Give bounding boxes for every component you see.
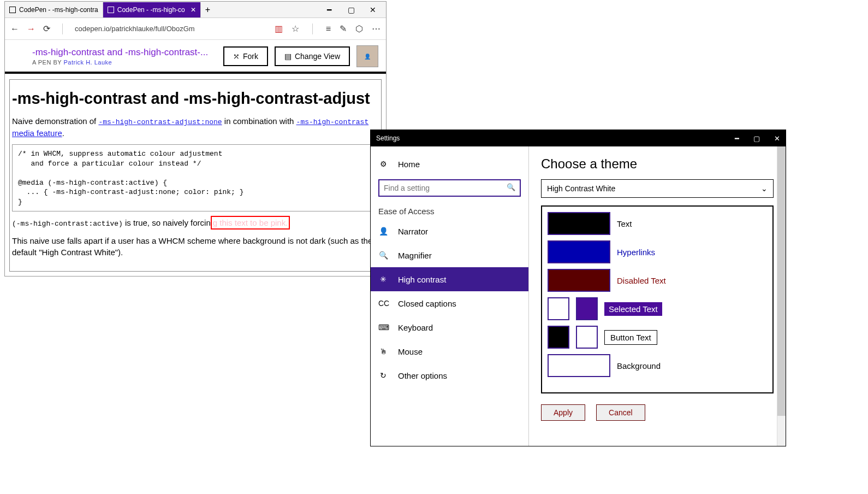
tab-active[interactable]: CodePen - -ms-high-co ✕ [103,2,201,17]
more-icon[interactable]: ⋯ [372,23,381,34]
swatch-selected-fg[interactable] [548,297,569,320]
hub-icon[interactable]: ≡ [326,24,331,34]
swatch-button-fg[interactable] [548,326,569,349]
keyboard-icon: ⌨ [378,323,388,332]
swatch-panel: Text Hyperlinks Disabled Text Selected T… [541,205,774,393]
settings-window: Settings ━ ▢ ✕ ⚙ Home 🔍 Ease of Access 👤… [370,130,786,446]
other-icon: ↻ [378,371,388,380]
codepen-header: -ms-high-contrast and -ms-high-contrast-… [5,40,386,74]
close-button[interactable]: ✕ [368,5,377,14]
page-heading: -ms-high-contrast and -ms-high-contrast-… [12,90,379,108]
tab-bar: CodePen - -ms-high-contra CodePen - -ms-… [5,2,386,18]
swatch-disabled[interactable] [548,269,610,292]
theme-select[interactable]: High Contrast White ⌄ [541,179,774,198]
link-adjust[interactable]: -ms-high-contrast-adjust:none [98,118,222,126]
cancel-button[interactable]: Cancel [596,404,645,421]
settings-title: Settings [376,134,400,142]
minimize-button[interactable]: ━ [735,134,739,143]
swatch-text[interactable] [548,212,610,235]
pen-title: -ms-high-contrast and -ms-high-contrast-… [32,47,208,58]
swatch-row-disabled: Disabled Text [548,269,767,292]
swatch-row-button-text: Button Text [548,326,767,349]
nav-closed-captions[interactable]: CCClosed captions [371,291,528,315]
favorite-icon[interactable]: ☆ [292,23,299,34]
minimize-button[interactable]: ━ [325,5,334,14]
nav-home[interactable]: ⚙ Home [371,152,528,176]
nav-narrator[interactable]: 👤Narrator [371,219,528,243]
nav-mouse[interactable]: 🖱Mouse [371,339,528,363]
new-tab-button[interactable]: + [201,5,215,15]
pen-byline: A PEN BY Patrick H. Lauke [32,59,208,66]
reading-icon[interactable]: ▥ [275,23,283,34]
narrator-icon: 👤 [378,227,388,236]
url-text[interactable]: codepen.io/patrickhlauke/full/ObozGm [75,25,195,33]
share-icon[interactable]: ⬡ [355,23,363,34]
nav-magnifier[interactable]: 🔍Magnifier [371,243,528,267]
page-icon [108,7,114,13]
swatch-row-text: Text [548,212,767,235]
swatch-row-hyperlinks: Hyperlinks [548,240,767,263]
scrollbar-thumb[interactable] [777,146,786,416]
close-button[interactable]: ✕ [774,134,780,143]
maximize-button[interactable]: ▢ [753,134,760,143]
maximize-button[interactable]: ▢ [347,5,355,14]
back-icon[interactable]: ← [10,24,19,34]
code-block: /* in WHCM, suppress automatic colour ad… [12,144,379,211]
status-line: (-ms-high-contrast:active) is true, so n… [12,216,379,230]
pen-actions: ⤱ Fork ▤ Change View 👤 [223,45,378,67]
scrollbar[interactable] [777,146,786,446]
swatch-button-bg[interactable] [576,326,598,349]
tab-title: CodePen - -ms-high-contra [19,6,98,14]
avatar[interactable]: 👤 [356,45,378,67]
change-view-button[interactable]: ▤ Change View [275,46,350,66]
search-icon: 🔍 [507,183,515,191]
address-bar: ← → ⟳ codepen.io/patrickhlauke/full/Oboz… [5,18,386,40]
nav-section-label: Ease of Access [371,201,528,219]
cc-icon: CC [378,299,388,308]
nav-keyboard[interactable]: ⌨Keyboard [371,315,528,339]
swatch-selected-bg[interactable] [576,297,598,320]
theme-buttons: Apply Cancel [541,404,774,421]
close-icon[interactable]: ✕ [191,6,196,14]
swatch-hyperlinks[interactable] [548,240,610,263]
highlight-box: g this text to be pink. [211,216,290,230]
swatch-row-background: Background [548,354,767,377]
settings-titlebar: Settings ━ ▢ ✕ [371,130,786,146]
separator [62,23,63,34]
fork-button[interactable]: ⤱ Fork [223,46,268,66]
mouse-icon: 🖱 [378,347,388,356]
window-controls: ━ ▢ ✕ [325,5,386,14]
nav-high-contrast[interactable]: ✳High contrast [371,267,528,291]
theme-selected-label: High Contrast White [547,184,615,193]
swatch-label: Hyperlinks [617,248,655,257]
swatch-label: Button Text [604,330,657,345]
swatch-label: Text [617,219,632,228]
apply-button[interactable]: Apply [541,404,585,421]
author-link[interactable]: Patrick H. Lauke [64,59,112,66]
swatch-label: Selected Text [604,302,662,316]
chevron-down-icon: ⌄ [761,184,768,193]
tab-inactive[interactable]: CodePen - -ms-high-contra [5,2,103,17]
fork-icon: ⤱ [233,52,240,61]
page-icon [9,7,16,13]
search-input[interactable] [378,179,521,197]
swatch-background[interactable] [548,354,610,377]
settings-body: ⚙ Home 🔍 Ease of Access 👤Narrator 🔍Magni… [371,146,786,446]
refresh-icon[interactable]: ⟳ [43,23,50,34]
pen-title-block: -ms-high-contrast and -ms-high-contrast-… [32,47,208,66]
forward-icon[interactable]: → [27,24,35,34]
magnifier-icon: 🔍 [378,251,388,260]
theme-heading: Choose a theme [541,156,774,172]
gear-icon: ⚙ [378,160,388,168]
search-wrap: 🔍 [378,179,521,197]
swatch-label: Disabled Text [617,276,666,285]
notes-icon[interactable]: ✎ [340,23,347,34]
contrast-icon: ✳ [378,275,388,284]
pink-text: g this text to be pink. [213,218,288,227]
window-controls: ━ ▢ ✕ [735,134,780,143]
explanation: This naive use falls apart if a user has… [12,235,379,258]
intro-paragraph: Naive demonstration of -ms-high-contrast… [12,115,379,139]
swatch-row-selected-text: Selected Text [548,297,767,320]
view-icon: ▤ [284,52,292,61]
nav-other[interactable]: ↻Other options [371,363,528,387]
